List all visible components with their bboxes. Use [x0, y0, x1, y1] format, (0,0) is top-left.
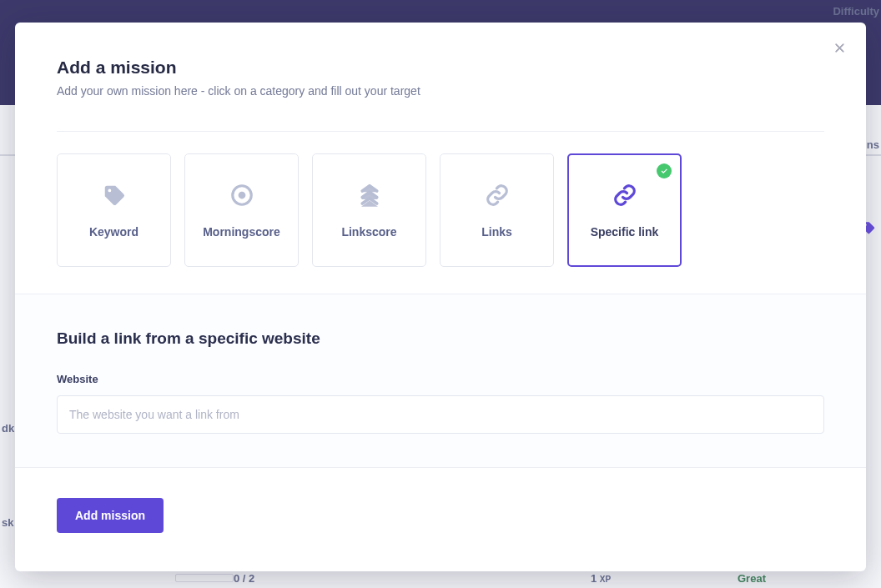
category-keyword[interactable]: Keyword — [57, 153, 171, 267]
bg-text-dk: dk — [2, 422, 14, 435]
category-label: Keyword — [89, 225, 138, 239]
modal-title: Add a mission — [57, 58, 824, 78]
category-specific-link[interactable]: Specific link — [567, 153, 682, 267]
selected-check-icon — [657, 163, 672, 178]
modal-footer: Add mission — [15, 468, 866, 533]
chevrons-up-icon — [356, 182, 383, 209]
bg-difficulty-label: Difficulty — [833, 5, 879, 18]
category-linkscore[interactable]: Linkscore — [312, 153, 426, 267]
close-button[interactable] — [829, 38, 849, 58]
modal-subtitle: Add your own mission here - click on a c… — [57, 84, 824, 98]
link-icon — [612, 182, 638, 209]
bg-text-sk: sk — [2, 516, 13, 529]
bg-text-ns: ns — [867, 138, 879, 151]
category-label: Linkscore — [341, 225, 396, 239]
bg-xp: 1 XP — [591, 572, 611, 585]
bg-rating: Great — [738, 572, 766, 585]
category-label: Specific link — [591, 225, 659, 239]
form-title: Build a link from a specific website — [57, 329, 824, 348]
add-mission-button[interactable]: Add mission — [57, 498, 164, 533]
form-section: Build a link from a specific website Web… — [15, 294, 866, 468]
bg-progress-bar — [175, 574, 234, 582]
divider — [57, 131, 824, 132]
close-icon — [833, 42, 846, 54]
svg-point-1 — [238, 192, 245, 199]
website-input[interactable] — [57, 395, 824, 434]
category-label: Links — [481, 225, 512, 239]
link-icon — [484, 182, 511, 209]
bg-progress-text: 0 / 2 — [234, 572, 254, 585]
tag-icon — [101, 182, 128, 209]
website-label: Website — [57, 373, 824, 385]
category-morningscore[interactable]: Morningscore — [184, 153, 299, 267]
target-icon — [229, 182, 255, 209]
category-label: Morningscore — [203, 225, 280, 239]
category-row: Keyword Morningscore Linkscore Links — [57, 153, 824, 267]
category-links[interactable]: Links — [440, 153, 554, 267]
add-mission-modal: Add a mission Add your own mission here … — [15, 23, 866, 571]
